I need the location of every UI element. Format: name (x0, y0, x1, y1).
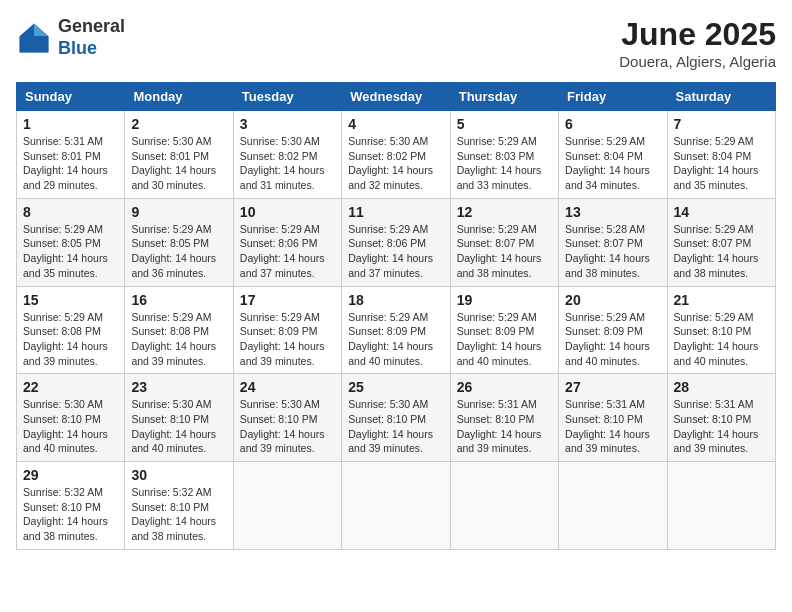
table-row (559, 462, 667, 550)
day-info: Sunrise: 5:29 AMSunset: 8:07 PMDaylight:… (674, 223, 759, 279)
logo-text: General Blue (58, 16, 125, 59)
day-info: Sunrise: 5:32 AMSunset: 8:10 PMDaylight:… (131, 486, 216, 542)
table-row: 9 Sunrise: 5:29 AMSunset: 8:05 PMDayligh… (125, 198, 233, 286)
day-info: Sunrise: 5:29 AMSunset: 8:09 PMDaylight:… (240, 311, 325, 367)
table-row: 6 Sunrise: 5:29 AMSunset: 8:04 PMDayligh… (559, 111, 667, 199)
day-number: 14 (674, 204, 769, 220)
day-info: Sunrise: 5:29 AMSunset: 8:08 PMDaylight:… (131, 311, 216, 367)
table-row: 28 Sunrise: 5:31 AMSunset: 8:10 PMDaylig… (667, 374, 775, 462)
table-row: 7 Sunrise: 5:29 AMSunset: 8:04 PMDayligh… (667, 111, 775, 199)
day-number: 21 (674, 292, 769, 308)
day-number: 7 (674, 116, 769, 132)
day-info: Sunrise: 5:29 AMSunset: 8:09 PMDaylight:… (565, 311, 650, 367)
table-row: 21 Sunrise: 5:29 AMSunset: 8:10 PMDaylig… (667, 286, 775, 374)
day-number: 3 (240, 116, 335, 132)
table-row: 26 Sunrise: 5:31 AMSunset: 8:10 PMDaylig… (450, 374, 558, 462)
logo: General Blue (16, 16, 125, 59)
day-number: 9 (131, 204, 226, 220)
day-number: 4 (348, 116, 443, 132)
table-row: 5 Sunrise: 5:29 AMSunset: 8:03 PMDayligh… (450, 111, 558, 199)
day-info: Sunrise: 5:31 AMSunset: 8:10 PMDaylight:… (565, 398, 650, 454)
day-number: 23 (131, 379, 226, 395)
col-saturday: Saturday (667, 83, 775, 111)
day-number: 27 (565, 379, 660, 395)
day-number: 6 (565, 116, 660, 132)
table-row: 30 Sunrise: 5:32 AMSunset: 8:10 PMDaylig… (125, 462, 233, 550)
col-monday: Monday (125, 83, 233, 111)
calendar-row: 22 Sunrise: 5:30 AMSunset: 8:10 PMDaylig… (17, 374, 776, 462)
table-row: 18 Sunrise: 5:29 AMSunset: 8:09 PMDaylig… (342, 286, 450, 374)
day-info: Sunrise: 5:30 AMSunset: 8:10 PMDaylight:… (131, 398, 216, 454)
day-info: Sunrise: 5:29 AMSunset: 8:06 PMDaylight:… (240, 223, 325, 279)
day-info: Sunrise: 5:31 AMSunset: 8:10 PMDaylight:… (674, 398, 759, 454)
day-info: Sunrise: 5:29 AMSunset: 8:04 PMDaylight:… (674, 135, 759, 191)
day-info: Sunrise: 5:30 AMSunset: 8:02 PMDaylight:… (240, 135, 325, 191)
day-number: 24 (240, 379, 335, 395)
day-number: 29 (23, 467, 118, 483)
day-info: Sunrise: 5:29 AMSunset: 8:09 PMDaylight:… (348, 311, 433, 367)
day-info: Sunrise: 5:29 AMSunset: 8:08 PMDaylight:… (23, 311, 108, 367)
day-info: Sunrise: 5:31 AMSunset: 8:10 PMDaylight:… (457, 398, 542, 454)
calendar-row: 8 Sunrise: 5:29 AMSunset: 8:05 PMDayligh… (17, 198, 776, 286)
day-info: Sunrise: 5:31 AMSunset: 8:01 PMDaylight:… (23, 135, 108, 191)
day-number: 1 (23, 116, 118, 132)
day-number: 13 (565, 204, 660, 220)
day-info: Sunrise: 5:30 AMSunset: 8:01 PMDaylight:… (131, 135, 216, 191)
day-number: 15 (23, 292, 118, 308)
col-wednesday: Wednesday (342, 83, 450, 111)
table-row: 22 Sunrise: 5:30 AMSunset: 8:10 PMDaylig… (17, 374, 125, 462)
table-row: 27 Sunrise: 5:31 AMSunset: 8:10 PMDaylig… (559, 374, 667, 462)
title-block: June 2025 Douera, Algiers, Algeria (619, 16, 776, 70)
day-number: 25 (348, 379, 443, 395)
table-row: 2 Sunrise: 5:30 AMSunset: 8:01 PMDayligh… (125, 111, 233, 199)
day-info: Sunrise: 5:32 AMSunset: 8:10 PMDaylight:… (23, 486, 108, 542)
table-row: 19 Sunrise: 5:29 AMSunset: 8:09 PMDaylig… (450, 286, 558, 374)
calendar-table: Sunday Monday Tuesday Wednesday Thursday… (16, 82, 776, 550)
day-info: Sunrise: 5:30 AMSunset: 8:10 PMDaylight:… (23, 398, 108, 454)
table-row: 20 Sunrise: 5:29 AMSunset: 8:09 PMDaylig… (559, 286, 667, 374)
day-info: Sunrise: 5:30 AMSunset: 8:02 PMDaylight:… (348, 135, 433, 191)
day-number: 22 (23, 379, 118, 395)
day-info: Sunrise: 5:29 AMSunset: 8:07 PMDaylight:… (457, 223, 542, 279)
day-number: 28 (674, 379, 769, 395)
table-row: 15 Sunrise: 5:29 AMSunset: 8:08 PMDaylig… (17, 286, 125, 374)
day-number: 18 (348, 292, 443, 308)
day-number: 5 (457, 116, 552, 132)
table-row: 14 Sunrise: 5:29 AMSunset: 8:07 PMDaylig… (667, 198, 775, 286)
col-friday: Friday (559, 83, 667, 111)
col-thursday: Thursday (450, 83, 558, 111)
page-title: June 2025 (619, 16, 776, 53)
calendar-header-row: Sunday Monday Tuesday Wednesday Thursday… (17, 83, 776, 111)
table-row (233, 462, 341, 550)
day-info: Sunrise: 5:30 AMSunset: 8:10 PMDaylight:… (240, 398, 325, 454)
calendar-row: 15 Sunrise: 5:29 AMSunset: 8:08 PMDaylig… (17, 286, 776, 374)
svg-marker-1 (34, 23, 48, 36)
svg-rect-2 (20, 36, 49, 52)
calendar-row: 29 Sunrise: 5:32 AMSunset: 8:10 PMDaylig… (17, 462, 776, 550)
table-row: 17 Sunrise: 5:29 AMSunset: 8:09 PMDaylig… (233, 286, 341, 374)
table-row: 12 Sunrise: 5:29 AMSunset: 8:07 PMDaylig… (450, 198, 558, 286)
table-row: 4 Sunrise: 5:30 AMSunset: 8:02 PMDayligh… (342, 111, 450, 199)
day-number: 10 (240, 204, 335, 220)
table-row: 25 Sunrise: 5:30 AMSunset: 8:10 PMDaylig… (342, 374, 450, 462)
day-number: 11 (348, 204, 443, 220)
table-row: 10 Sunrise: 5:29 AMSunset: 8:06 PMDaylig… (233, 198, 341, 286)
table-row: 3 Sunrise: 5:30 AMSunset: 8:02 PMDayligh… (233, 111, 341, 199)
calendar-row: 1 Sunrise: 5:31 AMSunset: 8:01 PMDayligh… (17, 111, 776, 199)
day-info: Sunrise: 5:29 AMSunset: 8:05 PMDaylight:… (131, 223, 216, 279)
day-info: Sunrise: 5:30 AMSunset: 8:10 PMDaylight:… (348, 398, 433, 454)
day-number: 19 (457, 292, 552, 308)
day-info: Sunrise: 5:29 AMSunset: 8:06 PMDaylight:… (348, 223, 433, 279)
page-subtitle: Douera, Algiers, Algeria (619, 53, 776, 70)
day-number: 20 (565, 292, 660, 308)
table-row (450, 462, 558, 550)
day-number: 12 (457, 204, 552, 220)
table-row: 24 Sunrise: 5:30 AMSunset: 8:10 PMDaylig… (233, 374, 341, 462)
day-number: 16 (131, 292, 226, 308)
table-row: 13 Sunrise: 5:28 AMSunset: 8:07 PMDaylig… (559, 198, 667, 286)
day-info: Sunrise: 5:29 AMSunset: 8:10 PMDaylight:… (674, 311, 759, 367)
day-number: 17 (240, 292, 335, 308)
day-number: 26 (457, 379, 552, 395)
table-row: 11 Sunrise: 5:29 AMSunset: 8:06 PMDaylig… (342, 198, 450, 286)
table-row: 16 Sunrise: 5:29 AMSunset: 8:08 PMDaylig… (125, 286, 233, 374)
